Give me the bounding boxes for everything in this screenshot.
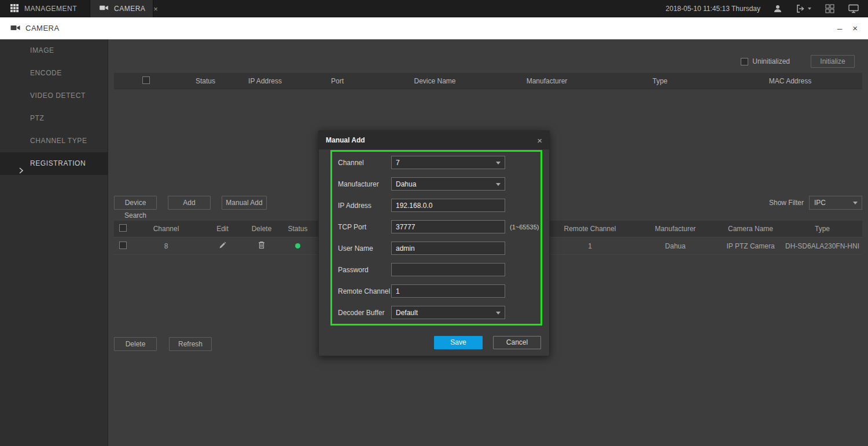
sidebar-item-label: VIDEO DETECT (30, 92, 86, 100)
ip-address-input[interactable] (391, 199, 505, 212)
uninitialized-checkbox[interactable] (741, 58, 748, 65)
field-manufacturer: Manufacturer Dahua (319, 177, 549, 191)
field-label: TCP Port (338, 223, 366, 231)
field-label: Channel (338, 159, 364, 167)
trash-icon[interactable] (258, 241, 265, 249)
sidebar-item-registration[interactable]: REGISTRATION (0, 152, 108, 175)
header-mac-address: MAC Address (718, 77, 862, 85)
header-status: Status (178, 77, 233, 85)
cell-manufacturer: Dahua (632, 242, 719, 250)
field-label: Remote Channel (338, 287, 390, 295)
apps-grid-icon (10, 4, 19, 14)
header-edit: Edit (201, 225, 244, 233)
page-title: CAMERA (25, 24, 60, 32)
header-port: Port (297, 77, 378, 85)
cancel-button[interactable]: Cancel (493, 336, 541, 349)
field-ip-address: IP Address (319, 199, 549, 212)
sidebar-item-label: ENCODE (30, 69, 62, 77)
initialize-row: Uninitialized Initialize (741, 55, 855, 68)
save-button[interactable]: Save (434, 336, 483, 349)
header-device-name: Device Name (378, 77, 492, 85)
header-type: Type (782, 225, 862, 233)
show-filter-value: IPC (814, 199, 826, 207)
row-checkbox-cell (114, 242, 131, 251)
action-buttons-row: Device Search Add Manual Add (114, 196, 267, 210)
header-manufacturer: Manufacturer (632, 225, 719, 233)
sidebar-item-channel-type[interactable]: CHANNEL TYPE (0, 130, 108, 152)
field-channel: Channel 7 (319, 156, 549, 169)
decoder-buffer-select[interactable]: Default (391, 306, 505, 319)
field-label: Manufacturer (338, 180, 379, 188)
sidebar-item-label: REGISTRATION (30, 159, 86, 167)
password-input[interactable] (391, 263, 505, 276)
minimize-icon[interactable]: – (837, 24, 842, 32)
show-filter-select[interactable]: IPC (809, 196, 862, 210)
field-label: IP Address (338, 202, 372, 210)
tab-management-label: MANAGEMENT (24, 5, 77, 13)
sidebar-item-label: IMAGE (30, 46, 54, 54)
manufacturer-select[interactable]: Dahua (391, 177, 505, 191)
initialize-button[interactable]: Initialize (811, 55, 855, 68)
user-name-input[interactable] (391, 242, 505, 255)
dialog-title: Manual Add (326, 136, 365, 144)
tab-close-icon[interactable]: × (153, 5, 158, 13)
channel-select[interactable]: 7 (391, 156, 505, 169)
logout-icon[interactable] (796, 4, 811, 13)
field-label: Decoder Buffer (338, 309, 385, 317)
header-checkbox-cell (114, 76, 178, 86)
sidebar-item-label: PTZ (30, 114, 44, 122)
chevron-down-icon (496, 312, 501, 315)
header-ip-address: IP Address (233, 77, 297, 85)
display-icon[interactable] (848, 4, 859, 13)
sidebar-item-ptz[interactable]: PTZ (0, 107, 108, 130)
field-remote-channel: Remote Channel (319, 284, 549, 298)
remote-channel-input[interactable] (391, 284, 505, 298)
field-label: User Name (338, 244, 373, 253)
tab-camera-label: CAMERA (114, 5, 145, 13)
header-channel: Channel (131, 225, 201, 233)
camera-title-icon (10, 23, 20, 34)
sidebar-item-image[interactable]: IMAGE (0, 39, 108, 62)
tcp-port-range-note: (1~65535) (510, 224, 539, 231)
device-search-button[interactable]: Device Search (114, 196, 157, 210)
uninitialized-label: Uninitialized (752, 57, 790, 65)
edit-pencil-icon[interactable] (219, 242, 226, 249)
user-icon[interactable] (773, 4, 782, 13)
field-decoder-buffer: Decoder Buffer Default (319, 306, 549, 319)
row-checkbox[interactable] (119, 242, 127, 249)
field-password: Password (319, 263, 549, 276)
sidebar-item-video-detect[interactable]: VIDEO DETECT (0, 85, 108, 107)
tab-camera[interactable]: CAMERA × (90, 0, 153, 17)
sidebar: IMAGE ENCODE VIDEO DETECT PTZ CHANNEL TY… (0, 39, 108, 446)
bottom-buttons-row: Delete Refresh (114, 337, 212, 351)
manufacturer-select-value: Dahua (396, 180, 416, 188)
header-checkbox-cell (114, 224, 131, 233)
header-manufacturer: Manufacturer (492, 77, 602, 85)
header-delete: Delete (244, 225, 279, 233)
chevron-down-icon (496, 183, 501, 186)
decoder-buffer-select-value: Default (396, 309, 418, 317)
sidebar-item-encode[interactable]: ENCODE (0, 62, 108, 85)
tab-management[interactable]: MANAGEMENT (0, 0, 90, 17)
refresh-button[interactable]: Refresh (169, 337, 212, 351)
channel-layout-icon[interactable] (825, 4, 834, 13)
sidebar-item-label: CHANNEL TYPE (30, 137, 87, 145)
delete-button[interactable]: Delete (114, 337, 157, 351)
select-all-checkbox[interactable] (119, 224, 127, 232)
field-tcp-port: TCP Port (1~65535) (319, 220, 549, 233)
close-icon[interactable]: × (852, 24, 858, 32)
manual-add-button[interactable]: Manual Add (222, 196, 267, 210)
tcp-port-input[interactable] (391, 220, 505, 233)
chevron-down-icon (496, 162, 501, 164)
search-table-header: Status IP Address Port Device Name Manuf… (114, 73, 862, 89)
cell-edit (201, 242, 244, 251)
cell-type: DH-SD6ALA230FN-HNI (782, 242, 862, 250)
add-button[interactable]: Add (168, 196, 211, 210)
select-all-checkbox[interactable] (142, 76, 150, 84)
dialog-close-icon[interactable]: × (537, 136, 542, 145)
chevron-down-icon (808, 8, 811, 10)
window-title-bar: CAMERA – × (0, 17, 868, 39)
show-filter-label: Show Filter (769, 199, 804, 207)
cell-status (279, 242, 317, 250)
header-type: Type (602, 77, 718, 85)
